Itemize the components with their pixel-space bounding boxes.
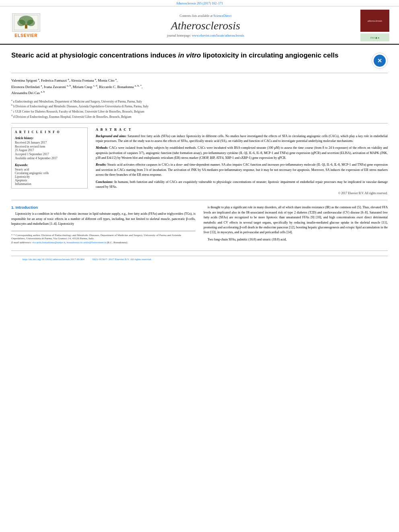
keyword-1: Stearic acid xyxy=(15,168,84,171)
intro-para-1: Lipotoxicity is a condition in which the… xyxy=(11,212,195,226)
footnote-email: E-mail addresses: riccardo.bonadonna@uni… xyxy=(11,241,195,244)
bottom-separator xyxy=(11,251,388,251)
title-section: Stearic acid at physiologic concentratio… xyxy=(11,51,388,73)
footnote-star: * * Corresponding author. Division of En… xyxy=(11,234,195,240)
body-columns: 1. Introduction Lipotoxicity is a condit… xyxy=(11,205,388,244)
journal-center: Contents lists available at ScienceDirec… xyxy=(52,14,359,37)
elsevier-label: ELSEVIER xyxy=(14,33,37,38)
keyword-4: Apoptosis xyxy=(15,179,84,182)
abstract-methods: Methods: CACs were isolated from healthy… xyxy=(96,146,388,160)
keywords-label: Keywords: xyxy=(15,163,84,167)
intro-para-2: is thought to play a significant role in… xyxy=(204,205,388,235)
page-wrapper: Atherosclerosis 265 (2017) 162–171 ELSEV… xyxy=(0,0,399,269)
bottom-bar: http://dx.doi.org/10.1016/j.atherosclero… xyxy=(11,256,388,263)
intro-body-right: is thought to play a significant role in… xyxy=(204,205,388,242)
conclusions-label: Conclusions: xyxy=(96,180,113,184)
svg-point-2 xyxy=(17,20,25,26)
science-direct-text: Contents lists available at ScienceDirec… xyxy=(52,14,359,18)
body-col-left: 1. Introduction Lipotoxicity is a condit… xyxy=(11,205,195,244)
affiliations-section: a a Endocrinology and Metabolism, Depart… xyxy=(11,99,388,123)
intro-para-3: Two long-chain SFAs, palmitic (16:0) and… xyxy=(204,237,388,242)
abstract-conclusions: Conclusions: In humans, both function an… xyxy=(96,180,388,190)
received-date: Received 26 January 2017 xyxy=(15,141,84,144)
email-link-2[interactable]: bonadonna.riccardo@fastwebnet.it xyxy=(67,241,106,244)
keyword-5: Inflammation xyxy=(15,182,84,186)
journal-header: ELSEVIER Contents lists available at Sci… xyxy=(0,6,399,45)
abstract-column: A B S T R A C T Background and aims: Sat… xyxy=(96,127,388,195)
atherosclerosis-logo: atherosclerosis xyxy=(360,10,389,32)
journal-logo-right: atherosclerosis FAS ◉ ● xyxy=(359,10,391,41)
copyright-line: © 2017 Elsevier B.V. All rights reserved… xyxy=(96,191,388,195)
keyword-3: Lipotoxicity xyxy=(15,175,84,179)
journal-name: Atherosclerosis xyxy=(52,19,359,32)
journal-top-bar: Atherosclerosis 265 (2017) 162–171 xyxy=(0,0,399,6)
article-title: Stearic acid at physiologic concentratio… xyxy=(11,51,372,60)
background-label: Background and aims: xyxy=(96,134,127,138)
methods-label: Methods: xyxy=(96,146,108,150)
journal-homepage: journal homepage: www.elsevier.com/locat… xyxy=(52,34,359,37)
body-col-right: is thought to play a significant role in… xyxy=(204,205,388,244)
keywords-section: Keywords: Stearic acid Circulating angio… xyxy=(15,163,84,186)
homepage-link[interactable]: www.elsevier.com/locate/atherosclerosis xyxy=(192,34,244,37)
science-direct-link[interactable]: ScienceDirect xyxy=(214,14,232,18)
issn-text: 0021-9150/© 2017 Elsevier B.V. All right… xyxy=(93,258,152,261)
article-content: Stearic acid at physiologic concentratio… xyxy=(0,45,399,269)
fas-logo: FAS ◉ ● xyxy=(360,33,389,41)
authors-section: Valentina Spigoni a, Federica Fantuzzi a… xyxy=(11,77,388,96)
abstract-header: A B S T R A C T xyxy=(96,127,388,131)
info-abstract-columns: A R T I C L E I N F O Article history: R… xyxy=(11,127,388,195)
history-label: Article history: xyxy=(15,136,84,140)
elsevier-tree-icon xyxy=(12,13,40,32)
section-separator xyxy=(11,200,388,200)
abstract-results: Results: Stearic acid activates effector… xyxy=(96,162,388,177)
accepted-date: Accepted 1 September 2017 xyxy=(15,152,84,156)
svg-rect-4 xyxy=(25,25,27,29)
email-link-1[interactable]: riccardo.bonadonna@unipr.it xyxy=(32,241,65,244)
footnotes-section: * * Corresponding author. Division of En… xyxy=(11,231,195,244)
article-info-column: A R T I C L E I N F O Article history: R… xyxy=(11,127,88,195)
introduction-title: 1. Introduction xyxy=(11,205,195,210)
intro-body-left: Lipotoxicity is a condition in which the… xyxy=(11,212,195,226)
elsevier-logo: ELSEVIER xyxy=(8,13,44,38)
crossmark-icon: ✕ xyxy=(374,55,386,67)
revised-date: Received in revised form25 August 2017 xyxy=(15,145,84,152)
svg-point-3 xyxy=(27,20,35,26)
journal-citation: Atherosclerosis 265 (2017) 162–171 xyxy=(176,2,223,5)
keyword-2: Circulating angiogenic cells xyxy=(15,171,84,175)
results-label: Results: xyxy=(96,163,107,166)
abstract-text: Background and aims: Saturated free fatt… xyxy=(96,134,388,190)
available-date: Available online 4 September 2017 xyxy=(15,156,84,160)
article-info-box: A R T I C L E I N F O Article history: R… xyxy=(11,127,88,189)
doi-link[interactable]: http://dx.doi.org/10.1016/j.atherosclero… xyxy=(23,258,84,261)
article-info-header: A R T I C L E I N F O xyxy=(15,130,84,134)
crossmark-badge: ✕ xyxy=(372,53,388,69)
abstract-background: Background and aims: Saturated free fatt… xyxy=(96,134,388,144)
